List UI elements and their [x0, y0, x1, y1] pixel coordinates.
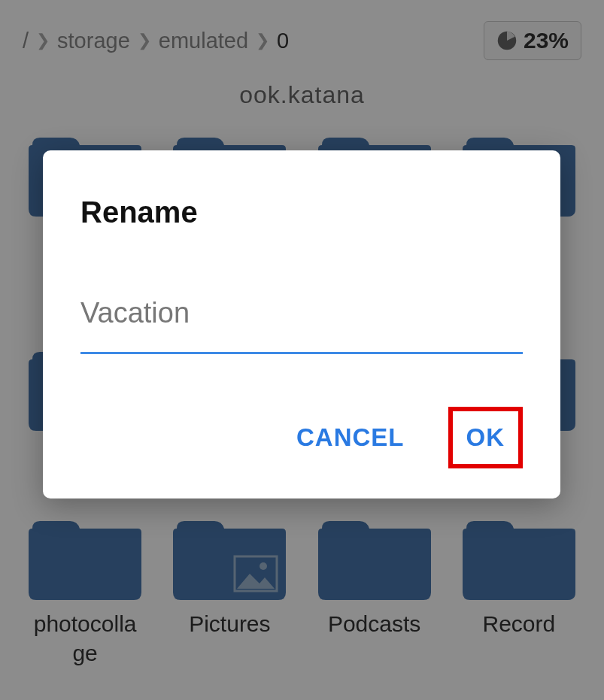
rename-input[interactable]	[80, 289, 523, 354]
modal-overlay: Rename CANCEL OK	[0, 0, 604, 700]
rename-dialog: Rename CANCEL OK	[43, 150, 560, 498]
ok-button[interactable]: OK	[456, 414, 516, 461]
cancel-button[interactable]: CANCEL	[283, 414, 418, 461]
highlight-annotation: OK	[448, 407, 524, 468]
dialog-title: Rename	[80, 195, 523, 229]
